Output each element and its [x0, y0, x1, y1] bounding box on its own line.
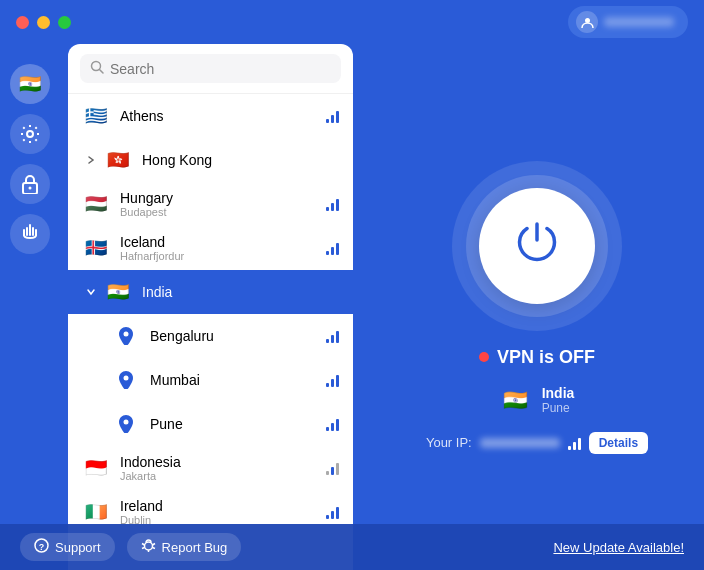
list-item[interactable]: 🇮🇸 Iceland Hafnarfjordur: [68, 226, 353, 270]
bar3: [336, 111, 339, 123]
search-bar: [68, 44, 353, 94]
sidebar-icon-hand[interactable]: [10, 214, 50, 254]
bar1: [568, 446, 571, 450]
server-name: Hungary: [120, 190, 326, 206]
list-item-bengaluru[interactable]: Bengaluru: [68, 314, 353, 358]
list-item-pune[interactable]: Pune: [68, 402, 353, 446]
bar2: [331, 335, 334, 343]
bar3: [336, 375, 339, 387]
flag-icon: 🇭🇰: [104, 146, 132, 174]
bar3: [336, 331, 339, 343]
bottom-left-actions: ? Support Report Bug: [20, 533, 241, 561]
power-ring-inner: [479, 188, 595, 304]
bar1: [326, 427, 329, 431]
details-button[interactable]: Details: [589, 432, 648, 454]
server-name: Indonesia: [120, 454, 326, 470]
report-bug-label: Report Bug: [162, 540, 228, 555]
svg-text:?: ?: [39, 542, 45, 552]
signal-bars: [326, 373, 339, 387]
svg-point-1: [27, 131, 33, 137]
titlebar: [0, 0, 704, 44]
bar2: [331, 203, 334, 211]
list-item-india[interactable]: 🇮🇳 India: [68, 270, 353, 314]
bar1: [326, 251, 329, 255]
bar1: [326, 515, 329, 519]
sidebar-icon-flag[interactable]: 🇮🇳: [10, 64, 50, 104]
server-name: India: [142, 284, 339, 300]
maximize-button[interactable]: [58, 16, 71, 29]
user-name-display: [604, 17, 674, 27]
report-bug-button[interactable]: Report Bug: [127, 533, 242, 561]
signal-bars: [326, 461, 339, 475]
server-sub: Jakarta: [120, 470, 326, 482]
svg-point-7: [124, 376, 129, 381]
bar3: [336, 199, 339, 211]
update-link[interactable]: New Update Available!: [553, 540, 684, 555]
list-item[interactable]: 🇬🇷 Athens: [68, 94, 353, 138]
server-name: Mumbai: [150, 372, 326, 388]
flag-icon: 🇮🇳: [104, 278, 132, 306]
svg-line-14: [142, 548, 145, 549]
vpn-status: VPN is OFF: [479, 347, 595, 368]
bar2: [331, 423, 334, 431]
signal-bars: [326, 109, 339, 123]
svg-point-11: [144, 542, 152, 550]
user-badge[interactable]: [568, 6, 688, 38]
list-item[interactable]: 🇮🇩 Indonesia Jakarta: [68, 446, 353, 490]
svg-line-12: [142, 544, 145, 546]
ip-label: Your IP:: [426, 435, 472, 450]
vpn-status-text: VPN is OFF: [497, 347, 595, 368]
flag-icon: 🇮🇪: [82, 498, 110, 526]
ip-signal: [568, 436, 581, 450]
power-button-area[interactable]: [452, 161, 622, 331]
server-name: Hong Kong: [142, 152, 339, 168]
selected-location-info: India Pune: [542, 385, 575, 415]
list-item[interactable]: 🇭🇺 Hungary Budapest: [68, 182, 353, 226]
expand-icon: [82, 155, 100, 165]
right-panel: VPN is OFF 🇮🇳 India Pune Your IP: Detail…: [370, 44, 704, 570]
flag-icon: 🇮🇩: [82, 454, 110, 482]
bar1: [326, 339, 329, 343]
search-input[interactable]: [110, 61, 331, 77]
minimize-button[interactable]: [37, 16, 50, 29]
bar3: [578, 438, 581, 450]
bar2: [331, 379, 334, 387]
server-name: Pune: [150, 416, 326, 432]
signal-bars: [326, 241, 339, 255]
svg-point-3: [29, 187, 32, 190]
selected-country: India: [542, 385, 575, 401]
selected-location: 🇮🇳 India Pune: [500, 384, 575, 416]
search-icon: [90, 60, 104, 77]
server-sub: Budapest: [120, 206, 326, 218]
flag-icon: 🇭🇺: [82, 190, 110, 218]
server-list-panel: 🇬🇷 Athens 🇭🇰 Hong Kong 🇭🇺 Hungary: [68, 44, 353, 570]
list-item[interactable]: 🇭🇰 Hong Kong: [68, 138, 353, 182]
bar2: [573, 442, 576, 450]
bar1: [326, 471, 329, 475]
ip-row: Your IP: Details: [426, 432, 648, 454]
location-pin-icon: [112, 410, 140, 438]
support-button[interactable]: ? Support: [20, 533, 115, 561]
user-avatar-icon: [576, 11, 598, 33]
support-label: Support: [55, 540, 101, 555]
bar3: [336, 243, 339, 255]
selected-city: Pune: [542, 401, 575, 415]
location-pin-icon: [112, 322, 140, 350]
chevron-down-icon: [82, 283, 100, 301]
signal-bars: [326, 329, 339, 343]
svg-point-8: [124, 420, 129, 425]
search-input-wrap[interactable]: [80, 54, 341, 83]
sidebar-icon-lock[interactable]: [10, 164, 50, 204]
svg-line-13: [152, 544, 155, 546]
flag-icon: 🇮🇸: [82, 234, 110, 262]
bar2: [331, 511, 334, 519]
bar3: [336, 463, 339, 475]
signal-bars: [326, 417, 339, 431]
server-name: Iceland: [120, 234, 326, 250]
close-button[interactable]: [16, 16, 29, 29]
support-icon: ?: [34, 538, 49, 556]
svg-line-15: [152, 548, 155, 549]
bar2: [331, 115, 334, 123]
list-item-mumbai[interactable]: Mumbai: [68, 358, 353, 402]
sidebar-icon-settings[interactable]: [10, 114, 50, 154]
